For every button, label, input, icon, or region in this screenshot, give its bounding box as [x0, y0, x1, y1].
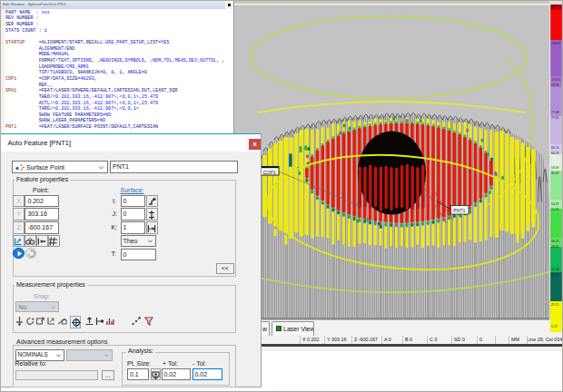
svg-text:COP1: COP1 — [263, 170, 276, 175]
svg-text:PNT1: PNT1 — [453, 208, 466, 213]
svg-text:5.75: 5.75 — [551, 325, 558, 328]
svg-text:30.27: 30.27 — [551, 273, 559, 277]
svg-text:58.49: 58.49 — [551, 166, 559, 170]
svg-text:153.91: 153.91 — [551, 78, 560, 82]
svg-text:32.28: 32.28 — [551, 268, 559, 271]
svg-text:28.25: 28.25 — [551, 245, 559, 249]
svg-text:64.74: 64.74 — [551, 152, 559, 155]
svg-text:25.75: 25.75 — [551, 303, 559, 307]
svg-text:77.08: 77.08 — [551, 111, 559, 114]
svg-text:96.98: 96.98 — [551, 83, 559, 87]
svg-text:66.74: 66.74 — [551, 146, 559, 150]
svg-text:30.25: 30.25 — [551, 240, 559, 243]
svg-text:51.37: 51.37 — [551, 208, 559, 211]
svg-text:230.87: 230.87 — [551, 42, 560, 45]
svg-text:77.01: 77.01 — [551, 116, 559, 120]
svg-text:out t: out t — [551, 4, 558, 7]
svg-text:54.37: 54.37 — [551, 202, 559, 206]
svg-text:35.49: 35.49 — [551, 172, 559, 175]
